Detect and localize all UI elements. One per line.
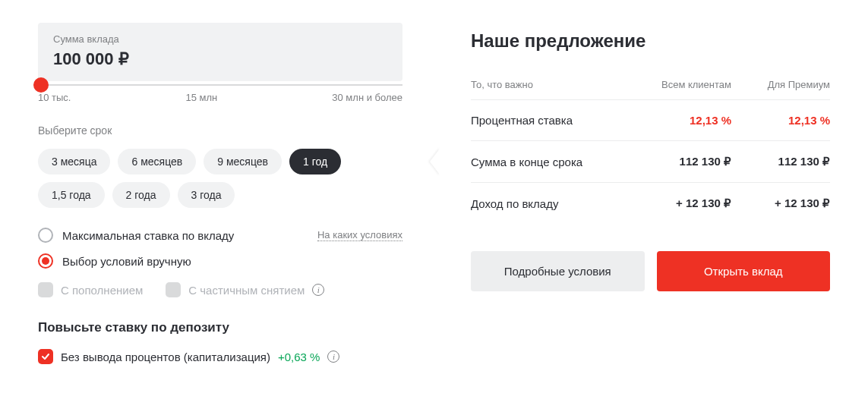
checkbox-box-icon — [166, 282, 181, 297]
radio-max-rate[interactable]: Максимальная ставка по вкладу — [38, 228, 234, 243]
radio-manual[interactable]: Выбор условий вручную — [38, 253, 191, 269]
term-chip[interactable]: 2 года — [112, 182, 170, 208]
checkbox-partial-label: С частичным снятием — [188, 284, 305, 297]
checkbox-box-icon — [38, 282, 53, 297]
radio-circle-selected-icon — [38, 253, 53, 269]
row-value-all: 112 130 ₽ — [633, 155, 731, 168]
table-row: Процентная ставка12,13 %12,13 % — [471, 99, 830, 140]
info-icon[interactable]: i — [312, 284, 324, 296]
checkbox-topup[interactable]: С пополнением — [38, 282, 143, 297]
header-premium: Для Премиум — [731, 79, 830, 90]
info-icon[interactable]: i — [327, 351, 339, 363]
boost-percent: +0,63 % — [278, 351, 320, 363]
term-chip[interactable]: 1 год — [289, 149, 341, 174]
row-label: Процентная ставка — [471, 114, 633, 127]
header-all: Всем клиентам — [633, 79, 731, 90]
checkbox-capitalization-label: Без вывода процентов (капитализация) — [61, 351, 270, 363]
slider-max-label: 30 млн и более — [332, 92, 402, 103]
checkbox-partial[interactable]: С частичным снятием i — [166, 282, 324, 297]
header-note: То, что важно — [471, 79, 633, 90]
radio-circle-icon — [38, 228, 53, 243]
slider-thumb[interactable] — [33, 77, 49, 93]
row-value-premium: 12,13 % — [731, 114, 830, 127]
row-value-premium: 112 130 ₽ — [731, 155, 830, 168]
amount-box[interactable]: Сумма вклада 100 000 ₽ — [38, 23, 402, 81]
table-header: То, что важно Всем клиентам Для Премиум — [471, 79, 830, 99]
radio-max-label: Максимальная ставка по вкладу — [62, 229, 234, 242]
term-label: Выберите срок — [38, 124, 402, 137]
row-label: Сумма в конце срока — [471, 156, 633, 168]
slider-min-label: 10 тыс. — [38, 92, 71, 103]
term-chip[interactable]: 3 месяца — [38, 149, 110, 174]
conditions-link[interactable]: На каких условиях — [317, 229, 402, 241]
row-value-premium: + 12 130 ₽ — [731, 196, 830, 210]
slider-mid-label: 15 млн — [186, 92, 218, 103]
checkbox-capitalization[interactable] — [38, 349, 53, 364]
table-row: Доход по вкладу+ 12 130 ₽+ 12 130 ₽ — [471, 182, 830, 224]
boost-title: Повысьте ставку по депозиту — [38, 320, 402, 335]
row-label: Доход по вкладу — [471, 197, 633, 210]
term-chip[interactable]: 1,5 года — [38, 182, 105, 208]
table-row: Сумма в конце срока112 130 ₽112 130 ₽ — [471, 140, 830, 182]
radio-manual-label: Выбор условий вручную — [62, 255, 191, 268]
term-chip[interactable]: 9 месяцев — [204, 149, 282, 174]
checkbox-topup-label: С пополнением — [61, 284, 143, 297]
amount-slider[interactable] — [38, 84, 402, 86]
term-chips: 3 месяца6 месяцев9 месяцев1 год1,5 года2… — [38, 149, 402, 208]
term-chip[interactable]: 6 месяцев — [118, 149, 196, 174]
offer-title: Наше предложение — [471, 30, 830, 52]
arrow-notch-icon — [430, 148, 440, 175]
amount-label: Сумма вклада — [53, 33, 387, 45]
amount-value: 100 000 ₽ — [53, 49, 387, 69]
open-deposit-button[interactable]: Открыть вклад — [657, 251, 831, 291]
details-button[interactable]: Подробные условия — [471, 251, 645, 291]
term-chip[interactable]: 3 года — [178, 182, 235, 208]
row-value-all: 12,13 % — [633, 114, 731, 127]
row-value-all: + 12 130 ₽ — [633, 196, 731, 210]
